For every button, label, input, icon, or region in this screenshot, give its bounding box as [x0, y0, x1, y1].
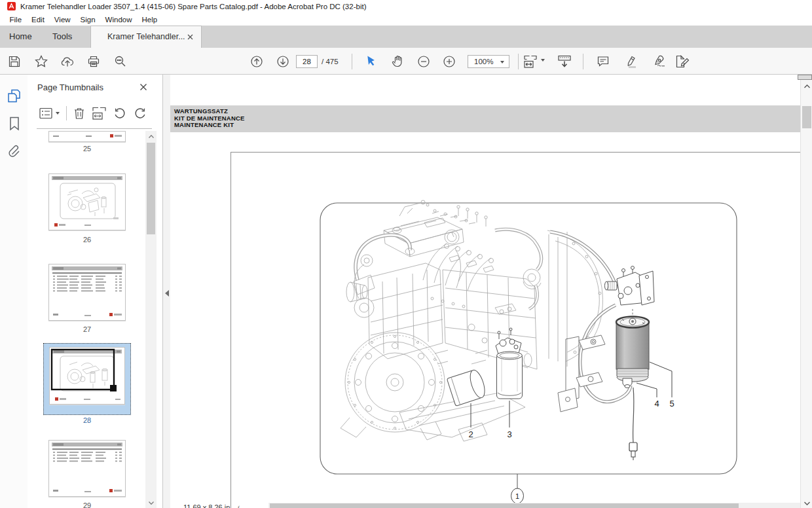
zoom-level-dropdown[interactable]: 100%	[468, 55, 509, 68]
rotate-ccw-icon[interactable]	[113, 106, 126, 119]
panel-title: Page Thumbnails	[37, 82, 103, 92]
parts-diagram: 2 3 4 5 1	[170, 75, 800, 508]
menu-view[interactable]: View	[49, 16, 75, 24]
star-icon[interactable]	[35, 55, 48, 68]
menu-file[interactable]: File	[5, 16, 27, 24]
panel-scroll-down-icon[interactable]	[149, 501, 154, 505]
thumbnail-page-26[interactable]	[48, 173, 126, 230]
main-toolbar: / 475 100%	[0, 48, 812, 75]
tab-tools[interactable]: Tools	[52, 26, 72, 48]
collapse-panel-icon[interactable]	[165, 290, 169, 297]
thumbnail-page-27[interactable]	[48, 264, 126, 321]
acrobat-logo-icon	[7, 2, 16, 10]
hscroll-left-icon[interactable]: ‹	[238, 503, 240, 508]
menu-bar: File Edit View Sign Window Help	[0, 13, 812, 26]
attachments-rail-icon[interactable]	[8, 144, 21, 157]
zoom-out-icon[interactable]	[417, 55, 430, 68]
rotate-cw-icon[interactable]	[133, 106, 146, 119]
sign-icon[interactable]	[650, 54, 663, 67]
tab-home[interactable]: Home	[9, 26, 32, 48]
figure-label-5: 5	[669, 399, 674, 408]
select-tool-icon[interactable]	[365, 54, 378, 67]
figure-label-4: 4	[654, 399, 659, 408]
tab-document[interactable]: Kramer Telehandler...	[90, 26, 202, 48]
vscroll-up-icon[interactable]	[804, 84, 810, 88]
edit-document-icon[interactable]	[674, 54, 688, 67]
save-icon[interactable]	[8, 55, 21, 68]
zoom-level-value: 100%	[474, 58, 493, 65]
tab-document-label: Kramer Telehandler...	[107, 32, 185, 41]
search-icon[interactable]	[114, 55, 127, 68]
highlight-icon[interactable]	[623, 54, 636, 67]
menu-window[interactable]: Window	[100, 16, 137, 24]
document-view: WARTUNGSSATZ KIT DE MAINTENANCE MAINTENA…	[170, 75, 800, 508]
comment-icon[interactable]	[597, 55, 610, 68]
figure-label-1: 1	[515, 492, 519, 500]
panel-close-icon[interactable]	[139, 83, 147, 91]
page-total-label: / 475	[322, 58, 339, 65]
thumbnail-page-25[interactable]	[48, 131, 126, 142]
left-rail	[0, 75, 28, 508]
menu-edit[interactable]: Edit	[27, 16, 50, 24]
figure-label-3: 3	[507, 429, 511, 439]
page-size-label: 11.69 x 8.26 in	[183, 503, 230, 508]
vscroll-down-icon[interactable]	[804, 501, 810, 505]
title-bar: Kramer Telehandler Loader 3507_1.4 (415-…	[0, 0, 812, 13]
cloud-upload-icon[interactable]	[61, 55, 74, 68]
print-icon[interactable]	[87, 55, 100, 68]
tab-bar: Home Tools Kramer Telehandler...	[0, 26, 812, 48]
scrollbar-corner-box	[798, 75, 812, 80]
thumbnail-page-28[interactable]	[49, 347, 125, 405]
panel-scrollbar-thumb[interactable]	[147, 143, 155, 234]
figure-label-2: 2	[468, 429, 473, 439]
zoom-in-icon[interactable]	[443, 55, 456, 68]
window-title: Kramer Telehandler Loader 3507_1.4 (415-…	[20, 3, 366, 10]
thumbnail-options-caret-icon	[56, 112, 60, 115]
horizontal-scrollbar-thumb[interactable]	[270, 503, 739, 508]
menu-sign[interactable]: Sign	[75, 16, 100, 24]
delete-pages-icon[interactable]	[72, 106, 85, 119]
thumbnail-label-25: 25	[48, 145, 126, 153]
page-thumbnails-rail-icon[interactable]	[7, 89, 20, 102]
page-number-input[interactable]	[296, 55, 318, 68]
reading-mode-icon[interactable]	[557, 54, 570, 67]
panel-splitter[interactable]	[162, 75, 170, 508]
panel-scroll-up-icon[interactable]	[149, 135, 154, 138]
zoom-caret-icon	[500, 61, 504, 64]
vertical-scrollbar[interactable]	[800, 75, 812, 508]
fit-width-caret-icon	[541, 59, 545, 62]
thumbnail-options-icon[interactable]	[39, 106, 52, 119]
page-thumbnails-panel: Page Thumbnails 25	[28, 75, 162, 508]
thumbnail-label-26: 26	[48, 236, 126, 244]
acrobat-window: { "window": { "title": "Kramer Telehandl…	[0, 0, 812, 508]
hand-tool-icon[interactable]	[391, 54, 404, 67]
tab-close-icon[interactable]	[187, 34, 193, 40]
horizontal-scrollbar[interactable]	[268, 503, 800, 508]
thumbnail-label-27: 27	[48, 325, 126, 333]
thumbnail-label-29: 29	[48, 501, 126, 508]
bookmarks-rail-icon[interactable]	[9, 117, 22, 130]
panel-scrollbar[interactable]	[145, 131, 157, 508]
fit-width-icon[interactable]	[523, 54, 536, 67]
vertical-scrollbar-thumb[interactable]	[802, 106, 811, 128]
thumbnail-label-28: 28	[48, 416, 126, 424]
previous-page-icon[interactable]	[250, 55, 263, 68]
menu-help[interactable]: Help	[137, 16, 162, 24]
next-page-icon[interactable]	[276, 55, 289, 68]
reduce-thumbnails-icon[interactable]	[92, 106, 105, 119]
thumbnail-page-29[interactable]	[48, 440, 126, 497]
